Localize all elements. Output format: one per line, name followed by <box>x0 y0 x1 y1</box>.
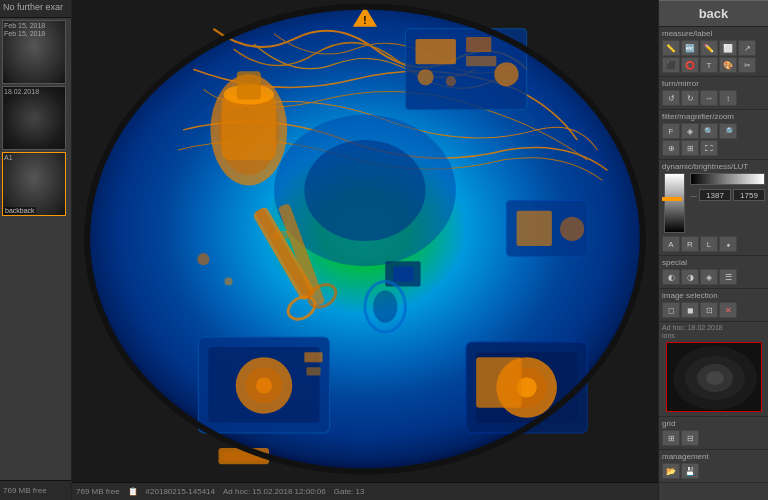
special-section: special ◐ ◑ ◈ ☰ <box>659 256 768 289</box>
image-selection-title: image selection <box>662 291 765 300</box>
tool-special3[interactable]: ◈ <box>700 269 718 285</box>
status-file-info: 769 MB free <box>76 487 120 496</box>
svg-rect-9 <box>466 37 491 52</box>
tool-mgmt1[interactable]: 📂 <box>662 463 680 479</box>
svg-text:!: ! <box>363 15 366 26</box>
grid-section: grid ⊞ ⊟ <box>659 417 768 450</box>
thumb-date-2: 18.02.2018 <box>4 88 39 96</box>
status-adhoc: Ad hoc: 15.02.2018 12:00:06 <box>223 487 326 496</box>
thumbnail-3[interactable]: A1 backback <box>2 152 66 216</box>
thumbnail-1[interactable]: Feb 15, 2018 Feb 15, 2018 <box>2 20 66 84</box>
tool-invert[interactable]: ⬥ <box>719 236 737 252</box>
tool-flip-h[interactable]: ↔ <box>700 90 718 106</box>
file-info: 769 MB free <box>3 486 47 495</box>
measure-tool-row-1: 📏 🔤 ✏️ ⬜ ↗ <box>662 40 765 56</box>
tool-fullscreen[interactable]: ⛶ <box>700 140 718 156</box>
tool-label[interactable]: 🔤 <box>681 40 699 56</box>
svg-point-53 <box>706 371 724 385</box>
svg-rect-38 <box>393 266 413 281</box>
left-panel-bottom: 769 MB free <box>0 480 71 500</box>
special-title: special <box>662 258 765 267</box>
svg-point-36 <box>560 217 584 241</box>
tool-rotate-right[interactable]: ↻ <box>681 90 699 106</box>
status-bar: 769 MB free 📋 #20180215-145414 Ad hoc: 1… <box>72 482 658 500</box>
tool-fit[interactable]: ⊞ <box>681 140 699 156</box>
svg-point-11 <box>418 69 434 85</box>
tool-zoom-in[interactable]: 🔍 <box>700 123 718 139</box>
svg-point-41 <box>197 253 209 265</box>
adhoc-thumb-area <box>662 340 765 414</box>
image-selection-tool-row: ◻ ◼ ⊡ ✕ <box>662 302 765 318</box>
special-tool-row: ◐ ◑ ◈ ☰ <box>662 269 765 285</box>
tool-select3[interactable]: ⊡ <box>700 302 718 318</box>
tool-circle[interactable]: ⭕ <box>681 57 699 73</box>
back-button[interactable]: back <box>659 0 768 27</box>
tool-reset[interactable]: R <box>681 236 699 252</box>
thumb-date-1: Feb 15, 2018 Feb 15, 2018 <box>4 22 45 39</box>
svg-rect-6 <box>237 71 261 99</box>
tool-auto[interactable]: A <box>662 236 680 252</box>
tool-filter1[interactable]: F <box>662 123 680 139</box>
management-title: management <box>662 452 765 461</box>
svg-point-13 <box>494 62 518 86</box>
svg-rect-35 <box>517 211 552 246</box>
svg-point-12 <box>446 76 456 86</box>
image-selection-section: image selection ◻ ◼ ⊡ ✕ <box>659 289 768 322</box>
tool-rotate-left[interactable]: ↺ <box>662 90 680 106</box>
svg-rect-26 <box>304 352 322 362</box>
adhoc-thumbnail[interactable] <box>666 342 762 412</box>
measure-label-title: measure/label <box>662 29 765 38</box>
value-input-2[interactable] <box>733 189 765 201</box>
left-panel: No further exar Feb 15, 2018 Feb 15, 201… <box>0 0 72 500</box>
tool-flip-v[interactable]: ↕ <box>719 90 737 106</box>
tool-filter2[interactable]: ◈ <box>681 123 699 139</box>
svg-point-25 <box>256 377 272 393</box>
brightness-section: dynamic/brightness/LUT — A R L ⬥ <box>659 160 768 256</box>
thumbnail-2[interactable]: 18.02.2018 <box>2 86 66 150</box>
tool-delete[interactable]: ✕ <box>719 302 737 318</box>
svg-point-15 <box>304 140 425 241</box>
contrast-slider-h[interactable] <box>690 173 765 185</box>
adhoc-section: Ad hoc: 18.02.2018 ions <box>659 322 768 417</box>
grid-title: grid <box>662 419 765 428</box>
svg-rect-27 <box>306 367 320 375</box>
xray-canvas[interactable]: ! <box>72 0 658 482</box>
brightness-slider-thumb[interactable] <box>662 197 682 201</box>
tool-extra[interactable]: ✂ <box>738 57 756 73</box>
tool-mgmt2[interactable]: 💾 <box>681 463 699 479</box>
tool-ruler[interactable]: 📏 <box>662 40 680 56</box>
grid-tool-row: ⊞ ⊟ <box>662 430 765 446</box>
svg-rect-10 <box>466 56 496 66</box>
tool-box[interactable]: ⬛ <box>662 57 680 73</box>
tool-grid2[interactable]: ⊟ <box>681 430 699 446</box>
measure-tool-row-2: ⬛ ⭕ T 🎨 ✂ <box>662 57 765 73</box>
tool-select2[interactable]: ◼ <box>681 302 699 318</box>
svg-point-47 <box>373 291 397 323</box>
tool-special2[interactable]: ◑ <box>681 269 699 285</box>
filter-section: filter/magnifier/zoom F ◈ 🔍 🔎 ⊕ ⊞ ⛶ <box>659 110 768 160</box>
thumbnail-list: Feb 15, 2018 Feb 15, 2018 18.02.2018 A1 … <box>0 18 71 480</box>
tool-arrow[interactable]: ↗ <box>738 40 756 56</box>
svg-rect-33 <box>476 357 521 408</box>
turn-tool-row: ↺ ↻ ↔ ↕ <box>662 90 765 106</box>
value-input-1[interactable] <box>699 189 731 201</box>
brightness-slider-vertical[interactable] <box>664 173 685 233</box>
tool-color[interactable]: 🎨 <box>719 57 737 73</box>
tool-lut[interactable]: L <box>700 236 718 252</box>
tool-zoom-out[interactable]: 🔎 <box>719 123 737 139</box>
tool-special1[interactable]: ◐ <box>662 269 680 285</box>
filter-tool-row-2: ⊕ ⊞ ⛶ <box>662 140 765 156</box>
tool-eraser[interactable]: ⬜ <box>719 40 737 56</box>
status-scan-id: #20180215-145414 <box>146 487 215 496</box>
tool-pencil[interactable]: ✏️ <box>700 40 718 56</box>
tool-text[interactable]: T <box>700 57 718 73</box>
svg-rect-43 <box>274 231 289 239</box>
tool-special4[interactable]: ☰ <box>719 269 737 285</box>
tool-grid1[interactable]: ⊞ <box>662 430 680 446</box>
no-further-text: No further exar <box>0 0 71 18</box>
management-section: management 📂 💾 <box>659 450 768 483</box>
adhoc-sub-label: ions <box>662 332 765 339</box>
tool-magnifier[interactable]: ⊕ <box>662 140 680 156</box>
tool-select1[interactable]: ◻ <box>662 302 680 318</box>
turn-mirror-section: turn/mirror ↺ ↻ ↔ ↕ <box>659 77 768 110</box>
